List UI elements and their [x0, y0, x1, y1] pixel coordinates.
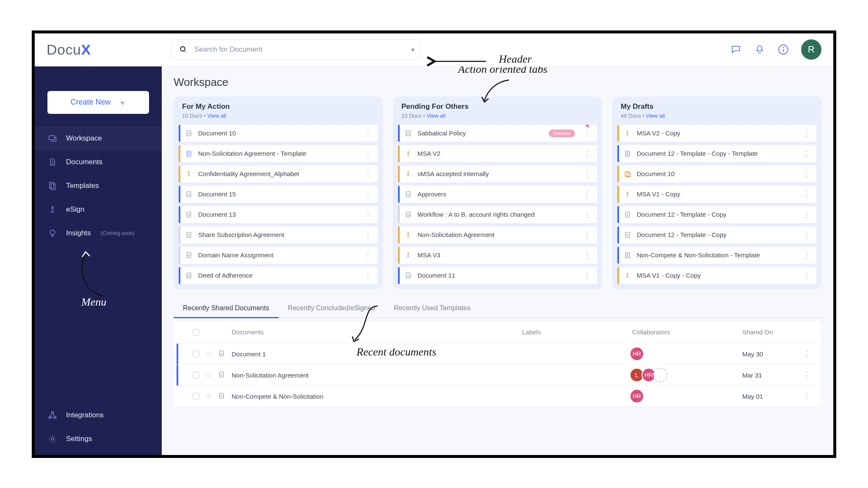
collaborator-avatar[interactable]: HR — [630, 389, 644, 403]
more-icon[interactable]: ⋮ — [801, 169, 812, 179]
sidebar-item-templates[interactable]: Templates — [35, 174, 162, 198]
select-all-checkbox[interactable] — [193, 329, 199, 336]
info-icon[interactable] — [777, 44, 789, 55]
doc-name: Domain Name Assignment — [198, 251, 357, 259]
create-new-button[interactable]: Create New ＋ — [47, 91, 149, 114]
more-icon[interactable]: ⋮ — [801, 271, 812, 280]
more-icon[interactable]: ⋮ — [802, 371, 813, 379]
more-icon[interactable]: ⋮ — [362, 149, 373, 158]
recent-tab[interactable]: Recently Concluded/eSigned — [279, 299, 384, 317]
collaborator-avatar[interactable]: HR — [630, 347, 644, 361]
more-icon[interactable]: ⋮ — [801, 129, 812, 138]
doc-count: 10 Docs — [182, 113, 202, 119]
table-row[interactable]: ☆WNon-Compete & Non-SolicitationHRMay 01… — [174, 386, 821, 407]
doc-row[interactable]: Non-Solicitation Agreement - Template⋮ — [179, 145, 378, 162]
search-input[interactable] — [194, 45, 406, 54]
bell-icon[interactable] — [754, 44, 766, 55]
doc-row[interactable]: WDocument 13⋮ — [179, 206, 378, 223]
more-icon[interactable]: ⋮ — [582, 169, 593, 179]
doc-row[interactable]: sMSA accepted internally⋮ — [398, 165, 597, 182]
sidebar-item-insights[interactable]: Insights (Coming soon) — [35, 221, 162, 245]
sidebar-item-settings[interactable]: Settings — [35, 427, 162, 451]
more-icon[interactable]: ⋮ — [802, 392, 813, 400]
star-icon[interactable]: ☆ — [205, 371, 212, 379]
doc-row[interactable]: WDocument 12 - Template - Copy⋮ — [617, 226, 816, 243]
doc-name: Workflow : A to B, account rights change… — [417, 211, 577, 218]
collaborator-avatar[interactable] — [653, 368, 668, 382]
recent-tab[interactable]: Recently Shared Documents — [174, 299, 279, 318]
sidebar-item-documents[interactable]: Documents — [35, 150, 162, 174]
svg-point-4 — [783, 47, 784, 48]
doc-row[interactable]: WDocument 15⋮ — [179, 186, 378, 203]
more-icon[interactable]: ⋮ — [582, 251, 593, 260]
sidebar-item-workspace[interactable]: Workspace — [35, 127, 162, 150]
sidebar-item-integrations[interactable]: Integrations — [35, 403, 162, 427]
doc-row[interactable]: Non-Compete & Non-Solicitation - Templat… — [617, 247, 816, 264]
row-checkbox[interactable] — [193, 350, 199, 357]
more-icon[interactable]: ⋮ — [362, 190, 373, 199]
more-icon[interactable]: ⋮ — [801, 190, 812, 199]
doc-row[interactable]: WDeed of Adherence⋮ — [179, 267, 378, 284]
more-icon[interactable]: ⋮ — [582, 149, 593, 158]
recent-tab[interactable]: Recently Used Templates — [384, 299, 480, 317]
doc-row[interactable]: MSA V2 - Copy⋮ — [617, 125, 816, 142]
more-icon[interactable]: ⋮ — [582, 230, 593, 240]
star-icon[interactable]: ☆ — [205, 350, 212, 358]
more-icon[interactable]: ⋮ — [362, 129, 373, 138]
doc-row[interactable]: WDomain Name Assignment⋮ — [179, 247, 378, 264]
more-icon[interactable]: ⋮ — [582, 190, 593, 199]
view-all-link[interactable]: View all — [646, 113, 665, 119]
doc-row[interactable]: WSabbatical PolicyOverdue⋮ — [398, 125, 597, 142]
doc-row[interactable]: WApprovers⋮ — [398, 186, 597, 203]
doc-row[interactable]: Confidentiality Agreement_Alphabet⋮ — [179, 165, 378, 182]
more-icon[interactable]: ⋮ — [802, 350, 813, 358]
chat-icon[interactable] — [730, 44, 742, 55]
doc-name: Document 11 — [417, 272, 577, 279]
doc-row[interactable]: MSA V3⋮ — [398, 247, 597, 264]
doc-row[interactable]: MSA V1 - Copy - Copy⋮ — [617, 267, 816, 284]
action-column: For My Action10 Docs • View allWDocument… — [174, 96, 383, 289]
doc-row[interactable]: WDocument 12 - Template - Copy⋮ — [617, 206, 816, 223]
svg-rect-11 — [51, 184, 55, 190]
sidebar-item-label: Templates — [66, 182, 99, 190]
more-icon[interactable]: ⋮ — [362, 251, 373, 260]
view-all-link[interactable]: View all — [207, 113, 226, 119]
svg-text:W: W — [188, 193, 190, 196]
more-icon[interactable]: ⋮ — [362, 230, 373, 240]
table-row[interactable]: ☆WNon-Solicitation AgreementLHRMar 31⋮ — [174, 364, 821, 386]
doc-row[interactable]: Non-Solicitation Agreement⋮ — [398, 226, 597, 243]
avatar[interactable]: R — [801, 39, 821, 60]
more-icon[interactable]: ⋮ — [362, 169, 373, 179]
more-icon[interactable]: ⋮ — [582, 129, 593, 138]
doc-row[interactable]: WWorkflow : A to B, account rights chang… — [398, 206, 597, 223]
table-row[interactable]: ☆WDocument 1HRMay 30⋮ — [174, 343, 821, 364]
workspace-icon — [47, 133, 58, 143]
doc-row[interactable]: MSA V2⋮ — [398, 145, 597, 162]
row-checkbox[interactable] — [193, 393, 199, 400]
search-box[interactable]: ▾ — [171, 39, 421, 60]
more-icon[interactable]: ⋮ — [801, 210, 812, 219]
view-all-link[interactable]: View all — [426, 113, 445, 119]
more-icon[interactable]: ⋮ — [362, 210, 373, 219]
row-checkbox[interactable] — [193, 372, 199, 378]
doc-row[interactable]: MSA V1 - Copy⋮ — [617, 186, 816, 203]
doc-row[interactable]: WDocument 11⋮ — [398, 267, 597, 284]
chevron-down-icon[interactable]: ▾ — [411, 46, 415, 54]
star-icon[interactable]: ☆ — [205, 392, 212, 400]
more-icon[interactable]: ⋮ — [582, 210, 593, 219]
sidebar-item-esign[interactable]: eSign — [35, 198, 162, 221]
doc-row[interactable]: Document 12 - Template - Copy - Template… — [617, 145, 816, 162]
more-icon[interactable]: ⋮ — [801, 230, 812, 240]
more-icon[interactable]: ⋮ — [362, 271, 373, 280]
doc-row[interactable]: Document 10⋮ — [617, 165, 816, 182]
more-icon[interactable]: ⋮ — [582, 271, 593, 280]
more-icon[interactable]: ⋮ — [801, 149, 812, 158]
doc-row[interactable]: WShare Subscription Agreement⋮ — [179, 226, 378, 243]
doc-name: Approvers — [417, 190, 577, 198]
more-icon[interactable]: ⋮ — [801, 251, 812, 260]
logo-text: Docu — [47, 41, 81, 58]
doc-row[interactable]: WDocument 10⋮ — [179, 125, 378, 142]
gear-icon — [47, 434, 58, 444]
doc-icon: W — [185, 251, 193, 259]
logo[interactable]: DocuX — [47, 41, 161, 58]
